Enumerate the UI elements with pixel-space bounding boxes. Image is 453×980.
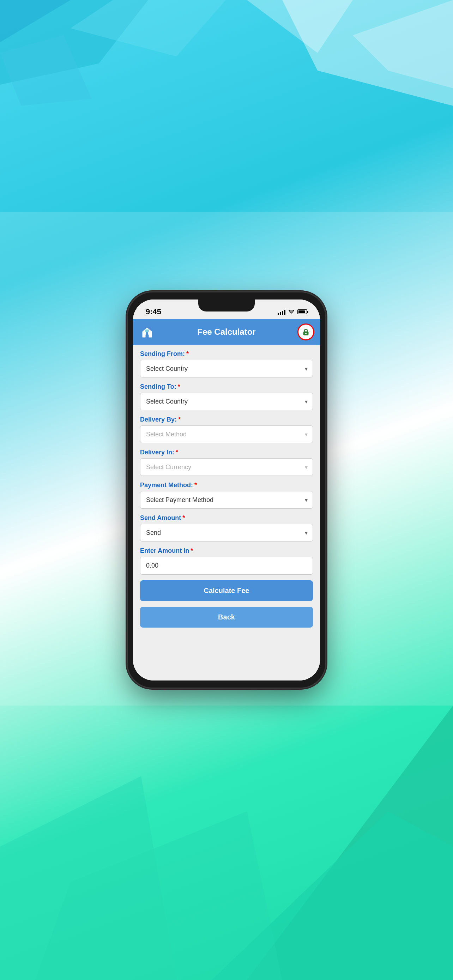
- svg-marker-1: [0, 0, 71, 42]
- sending-to-select[interactable]: Select Country: [140, 393, 313, 410]
- header-title: Fee Calculator: [156, 327, 297, 337]
- svg-marker-4: [282, 0, 453, 106]
- status-time: 9:45: [146, 307, 161, 317]
- payment-method-select-wrapper[interactable]: Select Payment Method ▾: [140, 491, 313, 509]
- delivery-in-label-text: Delivery In:: [140, 449, 174, 456]
- home-icon: [140, 325, 154, 339]
- payment-method-label: Payment Method: *: [140, 482, 313, 489]
- signal-bar-3: [282, 311, 283, 315]
- status-bar: 9:45: [133, 299, 320, 319]
- app-content[interactable]: Sending From: * Select Country ▾ Sending…: [133, 345, 320, 681]
- payment-method-required: *: [194, 482, 197, 489]
- payment-method-label-text: Payment Method:: [140, 482, 193, 489]
- svg-marker-3: [0, 35, 92, 106]
- bottom-spacer: [140, 633, 313, 648]
- phone-frame: 9:45: [128, 293, 325, 687]
- sending-from-label: Sending From: *: [140, 350, 313, 358]
- notch: [198, 299, 255, 312]
- sending-to-select-wrapper[interactable]: Select Country ▾: [140, 393, 313, 410]
- svg-marker-9: [0, 776, 176, 980]
- enter-amount-group: Enter Amount in *: [140, 547, 313, 575]
- svg-marker-0: [0, 0, 148, 85]
- delivery-by-group: Delivery By: * Select Method ▾: [140, 416, 313, 443]
- delivery-by-required: *: [178, 416, 181, 423]
- delivery-by-select[interactable]: Select Method: [140, 426, 313, 443]
- payment-method-select[interactable]: Select Payment Method: [140, 492, 313, 508]
- phone-screen: 9:45: [133, 299, 320, 681]
- sending-from-required: *: [186, 350, 189, 358]
- svg-marker-6: [353, 0, 453, 88]
- svg-marker-5: [247, 0, 353, 53]
- svg-point-15: [305, 332, 307, 334]
- enter-amount-input[interactable]: [140, 557, 313, 575]
- back-button[interactable]: Back: [140, 607, 313, 628]
- send-amount-label: Send Amount *: [140, 514, 313, 522]
- sending-to-label: Sending To: *: [140, 383, 313, 391]
- sending-to-required: *: [178, 383, 180, 391]
- delivery-in-label: Delivery In: *: [140, 449, 313, 456]
- signal-bar-1: [278, 313, 279, 315]
- wifi-icon: [288, 309, 295, 314]
- app-header: Fee Calculator: [133, 319, 320, 345]
- sending-to-group: Sending To: * Select Country ▾: [140, 383, 313, 410]
- svg-rect-12: [146, 332, 148, 335]
- signal-bars-icon: [278, 309, 285, 315]
- sending-to-label-text: Sending To:: [140, 383, 176, 391]
- signal-bar-2: [280, 312, 281, 315]
- lock-button[interactable]: [297, 323, 314, 340]
- battery-icon: [297, 309, 307, 314]
- delivery-in-group: Delivery In: * Select Currency ▾: [140, 449, 313, 476]
- sending-from-label-text: Sending From:: [140, 350, 185, 358]
- sending-from-group: Sending From: * Select Country ▾: [140, 350, 313, 377]
- delivery-in-select-wrapper[interactable]: Select Currency ▾: [140, 458, 313, 476]
- svg-rect-13: [145, 329, 149, 332]
- delivery-in-select[interactable]: Select Currency: [140, 458, 313, 476]
- enter-amount-required: *: [191, 547, 193, 555]
- svg-marker-10: [35, 811, 282, 980]
- delivery-by-label-text: Delivery By:: [140, 416, 177, 423]
- enter-amount-label-text: Enter Amount in: [140, 547, 189, 555]
- send-amount-select[interactable]: Send: [140, 524, 313, 541]
- send-amount-required: *: [183, 514, 185, 522]
- status-icons: [278, 309, 307, 315]
- home-icon-button[interactable]: [139, 323, 156, 340]
- delivery-in-required: *: [176, 449, 178, 456]
- lock-icon: [301, 328, 310, 337]
- send-amount-label-text: Send Amount: [140, 514, 181, 522]
- calculate-fee-button[interactable]: Calculate Fee: [140, 580, 313, 601]
- signal-bar-4: [284, 310, 285, 315]
- delivery-by-select-wrapper[interactable]: Select Method ▾: [140, 425, 313, 443]
- payment-method-group: Payment Method: * Select Payment Method …: [140, 482, 313, 509]
- svg-marker-2: [71, 0, 226, 56]
- enter-amount-label: Enter Amount in *: [140, 547, 313, 555]
- sending-from-select-wrapper[interactable]: Select Country ▾: [140, 360, 313, 377]
- svg-marker-8: [212, 811, 453, 980]
- delivery-by-label: Delivery By: *: [140, 416, 313, 423]
- battery-fill: [299, 310, 305, 313]
- sending-from-select[interactable]: Select Country: [140, 360, 313, 377]
- send-amount-group: Send Amount * Send ▾: [140, 514, 313, 541]
- send-amount-select-wrapper[interactable]: Send ▾: [140, 524, 313, 541]
- svg-marker-7: [247, 706, 453, 980]
